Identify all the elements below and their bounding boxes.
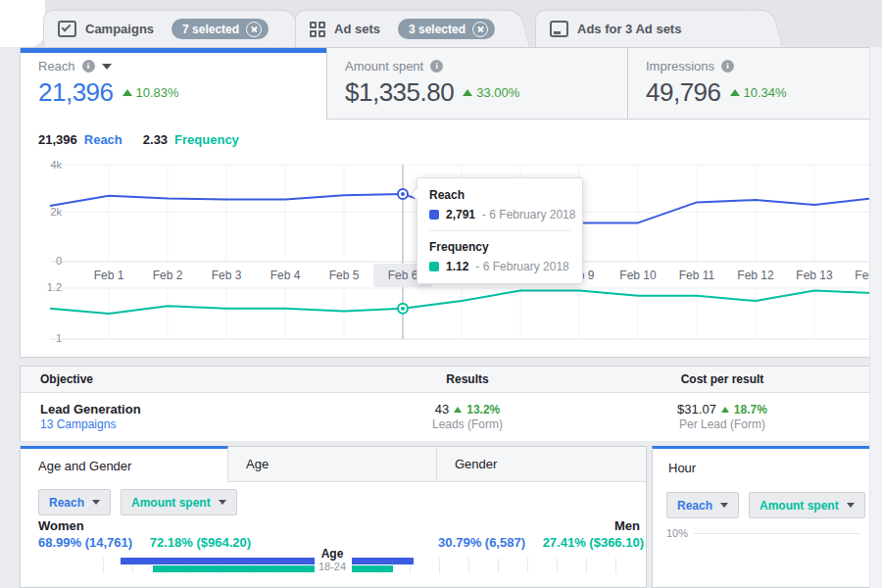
metric-label: Reach [38,59,75,74]
tab-ads-label: Ads for 3 Ad sets [577,22,681,36]
table-row: Lead Generation 13 Campaigns 43 13.2% Le… [21,393,869,441]
objective-name: Lead Generation [40,402,360,417]
chart-date-label: Feb 3 [197,264,256,287]
metric-change: 10.83% [122,85,179,100]
tab-age-and-gender[interactable]: Age and Gender [21,446,228,482]
info-icon[interactable] [430,60,443,73]
amount-spent-dropdown-button[interactable]: Amount spent [749,492,865,518]
hour-panel-title: Hour [668,461,696,475]
tab-ad-sets[interactable]: Ad sets 3 selected [295,10,513,47]
hour-panel: Hour Reach Amount spent 10% [652,446,870,588]
tooltip-frequency-title: Frequency [429,240,570,254]
tab-age[interactable]: Age [228,446,437,482]
metric-value: 21,396 [38,77,114,108]
men-label: Men [614,518,640,533]
reach-frequency-chart[interactable]: 4k2k01.21 Feb 1Feb 2Feb 3Feb 4Feb 5Feb 6… [21,158,871,359]
frequency-line [50,291,871,314]
frequency-legend-label: Frequency [174,132,239,147]
women-reach-stat: 68.99% (14,761) [38,535,132,550]
campaigns-link[interactable]: 13 Campaigns [40,417,360,432]
results-value: 43 [435,402,449,417]
metric-card-reach[interactable]: Reach 21,396 10.83% [21,48,327,120]
metric-label: Amount spent [345,59,423,74]
objective-table: Objective Results Cost per result Lead G… [20,366,870,441]
metric-toggle-buttons: Reach Amount spent [38,489,237,515]
insight-tabs: Age and Gender Age Gender [21,446,646,482]
chart-date-label: Feb 13 [785,264,844,287]
tooltip-frequency-value: 1.12 [446,260,468,273]
info-icon[interactable] [82,60,95,73]
column-header-results[interactable]: Results [360,372,575,386]
metric-toggle-buttons: Reach Amount spent [666,492,865,518]
column-header-objective[interactable]: Objective [21,372,360,386]
metric-change: 33.00% [463,85,519,100]
badge-label: 7 selected [182,23,239,36]
chevron-down-icon[interactable] [102,64,112,70]
women-stats: 68.99% (14,761) 72.18% ($964.20) [38,535,251,550]
men-reach-stat: 30.79% (6,587) [438,535,525,550]
up-arrow-icon [122,89,132,96]
frequency-total: 2.33 [143,132,168,147]
men-stats: 30.79% (6,587) 27.41% ($366.10) [438,535,644,550]
tab-ads[interactable]: Ads for 3 Ad sets [535,10,765,47]
y-axis-label: 1 [28,332,62,344]
chart-date-label: Feb 1 [79,264,138,287]
clear-selection-icon[interactable] [472,22,488,37]
age-bar-row: 18-24 [21,558,648,575]
up-arrow-icon [454,407,462,413]
age-group-label: 18-24 [313,561,352,572]
button-label: Reach [49,496,84,510]
up-arrow-icon [721,407,729,413]
chart-legend: 21,396 Reach 2.33 Frequency [38,132,253,147]
info-icon[interactable] [721,60,734,73]
frequency-marker [398,304,408,314]
chart-date-label: Feb 4 [256,264,315,287]
chart-date-label: Feb 11 [667,264,726,287]
performance-panel: Reach 21,396 10.83% Amount spent $1,335.… [20,47,870,358]
men-spent-bar [352,565,393,572]
y-axis-label: 2k [28,206,62,218]
scrollbar-track[interactable] [869,47,882,588]
tooltip-reach-title: Reach [429,188,570,202]
y-axis-label: 4k [28,159,62,171]
chart-date-label: Feb 10 [609,264,667,287]
reach-legend-label: Reach [84,132,122,147]
metric-card-amount-spent[interactable]: Amount spent $1,335.80 33.00% [327,48,628,120]
adsets-icon [310,22,325,37]
metric-value: $1,335.80 [345,77,454,108]
tooltip-divider [429,230,570,231]
tooltip-reach-value: 2,791 [446,208,475,221]
metric-value: 49,796 [646,77,721,108]
ads-icon [550,21,568,37]
up-arrow-icon [463,89,472,96]
campaigns-selected-badge[interactable]: 7 selected [172,19,269,39]
chart-date-label: Feb 2 [138,264,197,287]
tab-campaigns[interactable]: Campaigns 7 selected [43,10,286,47]
results-change: 13.2% [466,402,500,417]
reach-swatch-icon [429,210,439,220]
metric-card-impressions[interactable]: Impressions 49,796 10.34% [628,48,869,120]
column-header-cost-per-result[interactable]: Cost per result [575,372,869,386]
women-reach-bar [121,558,315,564]
cost-sub-label: Per Lead (Form) [575,417,869,432]
cost-change: 18.7% [734,402,767,417]
frequency-swatch-icon [429,262,439,271]
clear-selection-icon[interactable] [246,22,262,37]
chart-date-label: Feb 12 [726,264,785,287]
campaigns-icon [58,21,76,37]
men-spent-stat: 27.41% ($366.10) [543,535,644,550]
level-tabbar: Campaigns 7 selected Ad sets 3 selected … [0,0,882,47]
adsets-selected-badge[interactable]: 3 selected [398,19,495,39]
chevron-down-icon [92,500,100,505]
metric-change: 10.34% [730,85,787,100]
amount-spent-dropdown-button[interactable]: Amount spent [121,489,237,515]
reach-dropdown-button[interactable]: Reach [666,492,739,518]
tab-gender[interactable]: Gender [437,446,646,482]
tabbar-corner [0,0,45,47]
women-label: Women [38,518,84,533]
reach-dropdown-button[interactable]: Reach [38,489,111,515]
women-spent-bar [153,565,315,572]
chart-date-label: Feb 5 [315,264,373,287]
button-label: Amount spent [760,499,839,513]
tab-ad-sets-label: Ad sets [334,22,380,36]
